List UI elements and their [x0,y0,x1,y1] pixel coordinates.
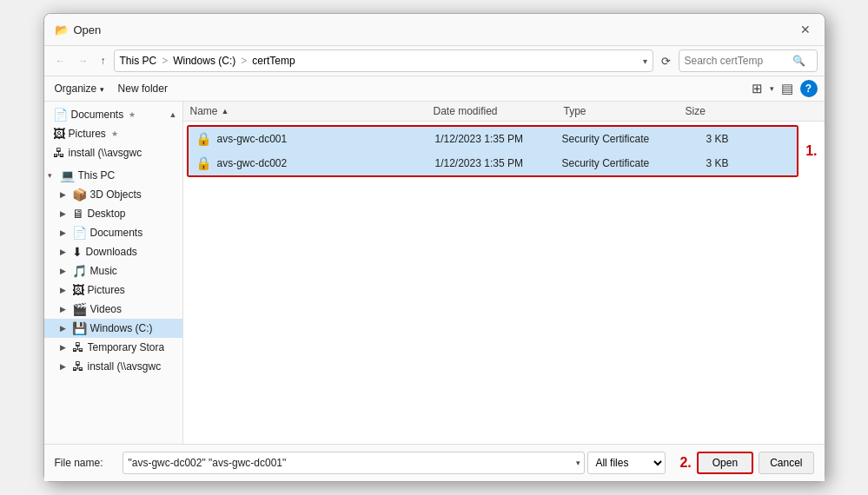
pictures-icon: 🖼 [53,127,65,141]
step1-label: 1. [805,143,817,159]
forward-button[interactable]: → [74,52,93,69]
sidebar-label-install: install (\\avsgwc [69,147,142,159]
sidebar-item-3dobjects[interactable]: ▶ 📦 3D Objects [44,185,182,204]
sidebar-label-tempstorage: Temporary Stora [88,341,165,353]
sidebar-label-pictures2: Pictures [88,284,125,296]
close-button[interactable]: ✕ [797,21,814,38]
sidebar-label-music: Music [90,265,117,277]
address-bar[interactable]: This PC > Windows (C:) > certTemp ▾ [114,50,653,72]
bottom-bar: File name: ▾ All files 2. Open Cancel [44,444,825,481]
sidebar-label-documents2: Documents [90,227,143,239]
new-folder-button[interactable]: New folder [115,81,171,96]
sidebar-item-windows-c[interactable]: ▶ 💾 Windows (C:) [44,319,182,338]
file-size-1: 3 KB [684,133,736,145]
sidebar-label-downloads: Downloads [86,246,137,258]
table-row[interactable]: 🔒 avs-gwc-dc002 1/12/2023 1:35 PM Securi… [189,151,798,175]
expand-music-icon: ▶ [60,267,69,275]
sidebar-item-documents2[interactable]: ▶ 📄 Documents [44,223,182,242]
col-header-date[interactable]: Date modified [427,103,557,119]
help-button[interactable]: ? [800,80,818,97]
col-header-size[interactable]: Size [679,103,748,119]
sidebar-item-install2[interactable]: ▶ 🖧 install (\\avsgwc [44,357,182,376]
sidebar-item-documents[interactable]: 📄 Documents ★ ▲ [44,105,182,124]
tempstorage-icon: 🖧 [72,340,84,354]
sidebar-label-install2: install (\\avsgwc [88,360,162,373]
file-date-1: 1/12/2023 1:35 PM [432,133,562,145]
sidebar-item-downloads[interactable]: ▶ ⬇ Downloads [44,242,182,261]
file-area: Name ▲ Date modified Type Size [183,102,825,444]
sidebar: 📄 Documents ★ ▲ 🖼 Pictures ★ 🖧 install (… [44,102,183,444]
documents2-icon: 📄 [72,226,87,240]
pin-icon: ★ [129,110,136,119]
organize-toolbar: Organize ▾ New folder ⊞ ▾ ▤ ? [44,76,825,102]
search-box[interactable]: 🔍 [679,50,818,72]
sidebar-item-tempstorage[interactable]: ▶ 🖧 Temporary Stora [44,338,182,357]
pin-icon2: ★ [111,129,118,138]
file-type-2: Security Certificate [562,157,684,169]
expand-videos-icon: ▶ [60,305,69,314]
expand-windowsc-icon: ▶ [60,324,69,333]
sidebar-item-install[interactable]: 🖧 install (\\avsgwc [44,143,182,162]
expand-temp-icon: ▶ [60,343,69,352]
sidebar-item-desktop[interactable]: ▶ 🖥 Desktop [44,204,182,223]
open-button[interactable]: Open [697,452,753,474]
view-icon-button[interactable]: ⊞ [748,79,766,98]
documents-icon: 📄 [53,108,68,122]
bottom-buttons: 2. Open Cancel [679,452,813,474]
path-sep2: > [241,55,247,67]
videos-icon: 🎬 [72,302,87,316]
sidebar-item-music[interactable]: ▶ 🎵 Music [44,261,182,280]
files-highlight-container: 🔒 avs-gwc-dc001 1/12/2023 1:35 PM Securi… [183,125,799,177]
sidebar-label-windows-c: Windows (C:) [90,322,153,334]
path-windows-c: Windows (C:) [173,55,235,67]
path-this-pc: This PC [120,55,157,67]
filename-input[interactable] [123,452,586,474]
view2-icon-button[interactable]: ▤ [778,79,797,98]
title-bar-left: 📂 Open [55,23,102,36]
sort-up-icon: ▲ [169,110,177,119]
table-row[interactable]: 🔒 avs-gwc-dc001 1/12/2023 1:35 PM Securi… [189,127,798,151]
cancel-button[interactable]: Cancel [759,452,813,474]
refresh-button[interactable]: ⟳ [657,53,675,69]
path-certTemp: certTemp [252,55,295,67]
filetype-select[interactable]: All files [587,452,666,474]
expand-thispc-icon: ▾ [48,171,56,180]
sidebar-label-3dobjects: 3D Objects [90,188,142,201]
search-input[interactable] [685,55,789,67]
sidebar-label-desktop: Desktop [88,208,126,220]
sidebar-label-pictures: Pictures [69,128,106,140]
pictures2-icon: 🖼 [72,283,84,297]
sidebar-label-documents: Documents [71,109,124,121]
main-area: 📄 Documents ★ ▲ 🖼 Pictures ★ 🖧 install (… [44,102,825,444]
address-dropdown-arrow[interactable]: ▾ [643,56,647,66]
install-icon: 🖧 [53,146,65,160]
sidebar-item-pictures2[interactable]: ▶ 🖼 Pictures [44,280,182,300]
cert-icon1: 🔒 [195,131,212,147]
back-button[interactable]: ← [51,52,70,69]
file-type-1: Security Certificate [562,133,684,145]
up-button[interactable]: ↑ [96,52,110,69]
filename-dropdown-arrow[interactable]: ▾ [576,459,580,467]
expand-desktop-icon: ▶ [60,209,69,218]
organize-button[interactable]: Organize ▾ [51,81,108,96]
search-icon: 🔍 [792,55,805,67]
organize-label: Organize [55,82,97,95]
music-icon: 🎵 [72,264,87,278]
sidebar-item-thispc[interactable]: ▾ 💻 This PC [44,166,182,185]
sidebar-item-pictures[interactable]: 🖼 Pictures ★ [44,124,182,143]
sidebar-item-videos[interactable]: ▶ 🎬 Videos [44,300,182,319]
expand-3d-icon: ▶ [60,190,69,199]
step2-label: 2. [679,455,691,471]
thispc-icon: 💻 [60,168,75,182]
file-list: 🔒 avs-gwc-dc001 1/12/2023 1:35 PM Securi… [183,122,825,444]
expand-pictures-icon: ▶ [60,286,69,294]
expand-install2-icon: ▶ [60,362,69,371]
col-header-type[interactable]: Type [557,103,679,119]
file-name-2: avs-gwc-dc002 [217,157,288,169]
file-rows-with-highlight: 🔒 avs-gwc-dc001 1/12/2023 1:35 PM Securi… [183,125,825,177]
column-headers: Name ▲ Date modified Type Size [183,102,825,122]
col-header-name[interactable]: Name ▲ [183,103,427,119]
expand-downloads-icon: ▶ [60,248,69,256]
downloads-icon: ⬇ [72,245,83,259]
file-size-2: 3 KB [684,157,736,169]
